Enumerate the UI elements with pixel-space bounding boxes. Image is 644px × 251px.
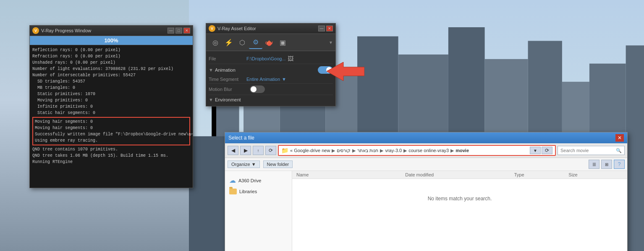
cube-icon-btn[interactable]: ⬡ [236, 36, 249, 49]
refresh-path-button[interactable]: ⟳ [542, 147, 552, 154]
vray-logo: V [32, 27, 39, 34]
log-line: Reflection rays: 0 (0.00 per pixel) [32, 47, 190, 53]
progress-window-titlebar: V V-Ray Progress Window — □ ✕ [30, 26, 193, 36]
dialog-titlebar: Select a file ✕ [225, 132, 627, 143]
dropdown-arrow[interactable]: ▼ [329, 40, 333, 45]
progress-bar: 100% [30, 36, 193, 45]
time-segment-row: Time Segment Entire Animation ▼ [209, 75, 333, 84]
progress-window: V V-Ray Progress Window — □ ✕ 100% Refle… [29, 25, 193, 188]
sidebar-item-libraries[interactable]: Libraries [225, 186, 292, 197]
log-line: Static hair segments: 0 [32, 110, 190, 116]
file-dialog: Select a file ✕ ◀ ▶ ↑ ⟳ 📁 « Google-drive… [225, 132, 628, 251]
breadcrumb-part-2[interactable]: חנות באתר [357, 148, 378, 153]
breadcrumb-dropdown[interactable]: ▼ [530, 147, 541, 154]
log-line: SD triangles: 54357 [32, 78, 190, 85]
motion-blur-label: Motion Blur [209, 87, 246, 92]
log-line: Refraction rays: 0 (0.00 per pixel) [32, 53, 190, 60]
dialog-title: Select a file [228, 135, 254, 141]
folder-icon-nav: 📁 [281, 147, 288, 154]
empty-message: No items match your search. [292, 179, 627, 218]
asset-editor-controls: — ✕ [318, 26, 333, 31]
breadcrumb-path: 📁 « Google-drive new ▶ קורסים ▶ חנות באת… [278, 145, 556, 156]
asset-toolbar: ◎ ⚡ ⬡ ⚙ 🫖 ▣ ▼ [206, 34, 335, 51]
render-icon-btn[interactable]: ▣ [276, 36, 289, 49]
log-line: MB triangles: 0 [32, 85, 190, 91]
environment-section-header[interactable]: ▼ Environment [209, 95, 333, 104]
environment-label: Environment [215, 97, 241, 102]
search-icon: 🔍 [616, 148, 622, 153]
asset-editor-title: V-Ray Asset Editor [217, 26, 256, 31]
asset-editor: V V-Ray Asset Editor — ✕ ◎ ⚡ ⬡ ⚙ 🫖 ▣ ▼ F… [206, 23, 336, 106]
up-button[interactable]: ↑ [253, 146, 264, 155]
dropdown-chevron: ▼ [282, 77, 286, 82]
progress-window-title: V-Ray Progress Window [41, 28, 91, 33]
col-size: Size [568, 172, 623, 177]
motion-blur-toggle[interactable] [250, 85, 265, 93]
maximize-button[interactable]: □ [175, 28, 182, 34]
log-line: Moving primitives: 0 [32, 97, 190, 104]
motion-blur-row: Motion Blur [209, 84, 333, 95]
col-name: Name [296, 172, 405, 177]
log-line: Unshaded rays: 0 (0.00 per pixel) [32, 60, 190, 66]
asset-content: File F:\Dropbox\Goog... 🖼 ▼ Animation Ti… [206, 51, 335, 106]
log-line: Infinite primitives: 0 [32, 104, 190, 110]
search-box: 🔍 [558, 146, 625, 155]
time-segment-value[interactable]: Entire Animation ▼ [246, 77, 286, 82]
dialog-toolbar: Organize ▼ New folder ☰ ⊞ ? [225, 158, 627, 171]
file-label: File [209, 56, 246, 61]
log-line: Number of light evaluations: 37988628 (2… [32, 66, 190, 72]
log-line: Running RTEngine [32, 159, 190, 165]
back-button[interactable]: ◀ [228, 146, 238, 155]
sidebar-item-a360[interactable]: ☁ A360 Drive [225, 174, 292, 186]
main-file-area: Name Date modified Type Size No items ma… [292, 171, 627, 251]
log-line: Number of intersectable primitives: 5542… [32, 72, 190, 78]
view-list-button[interactable]: ☰ [589, 160, 599, 169]
svg-marker-27 [327, 62, 364, 81]
animation-label: Animation [215, 67, 236, 72]
dialog-close-button[interactable]: ✕ [615, 134, 624, 142]
refresh-button[interactable]: ⟳ [265, 146, 276, 155]
log-line: QND tree contains 1070 primitives. [32, 146, 190, 153]
breadcrumb-part-5[interactable]: movie [456, 148, 469, 153]
sphere-icon-btn[interactable]: ◎ [209, 36, 222, 49]
breadcrumb-part-0[interactable]: « Google-drive new [290, 148, 330, 153]
progress-value: 100% [104, 37, 118, 44]
organize-button[interactable]: Organize ▼ [228, 160, 260, 168]
breadcrumb-part-3[interactable]: vray-3.0 [385, 148, 402, 153]
asset-minimize-button[interactable]: — [318, 26, 325, 31]
log-highlighted-block: Moving hair segments: 0 Moving hair segm… [32, 117, 190, 145]
breadcrumb-part-4[interactable]: course online-vray3 [408, 148, 449, 153]
col-date: Date modified [405, 172, 514, 177]
log-line-highlighted: Using embree ray tracing. [35, 137, 188, 144]
red-arrow [327, 62, 364, 81]
time-segment-label: Time Segment [209, 77, 246, 82]
search-input[interactable] [560, 148, 614, 153]
sidebar-item-label: A360 Drive [238, 178, 261, 183]
sidebar-panel: ☁ A360 Drive Libraries [225, 171, 292, 251]
log-line: QND tree takes 1.06 MB (depth 15). Build… [32, 153, 190, 159]
view-grid-button[interactable]: ⊞ [601, 160, 612, 169]
folder-icon [229, 189, 237, 194]
svg-rect-13 [626, 45, 644, 251]
vray-logo-asset: V [209, 25, 215, 32]
minimize-button[interactable]: — [168, 28, 174, 34]
col-type: Type [514, 172, 569, 177]
file-browse-icon[interactable]: 🖼 [288, 55, 293, 62]
asset-close-button[interactable]: ✕ [326, 26, 333, 31]
teapot-icon-btn[interactable]: 🫖 [262, 36, 276, 49]
light-icon-btn[interactable]: ⚡ [222, 36, 236, 49]
animation-section-header[interactable]: ▼ Animation [209, 64, 333, 75]
column-headers: Name Date modified Type Size [292, 171, 627, 179]
log-line-highlighted: Moving hair segments: 0 [35, 125, 188, 131]
settings-icon-btn[interactable]: ⚙ [249, 36, 262, 49]
close-button[interactable]: ✕ [183, 28, 190, 34]
cloud-icon: ☁ [229, 176, 236, 184]
new-folder-button[interactable]: New folder [263, 160, 293, 168]
forward-button[interactable]: ▶ [240, 146, 251, 155]
asset-editor-titlebar: V V-Ray Asset Editor — ✕ [206, 23, 335, 34]
file-value: F:\Dropbox\Goog... 🖼 [246, 55, 333, 62]
breadcrumb-part-1[interactable]: קורסים [337, 148, 351, 153]
help-button[interactable]: ? [614, 160, 625, 169]
progress-window-controls: — □ ✕ [168, 28, 190, 34]
sidebar-item-label: Libraries [239, 189, 257, 194]
